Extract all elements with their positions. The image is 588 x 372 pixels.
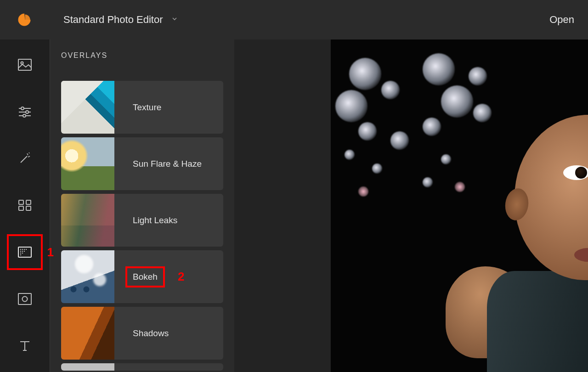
svg-rect-24	[18, 293, 31, 304]
overlays-panel: OVERLAYS Texture Sun Flare & Haze Light …	[50, 39, 234, 372]
svg-rect-13	[18, 247, 31, 257]
overlay-thumb	[61, 137, 114, 190]
overlays-icon[interactable]: 1	[17, 244, 33, 260]
overlay-thumb	[61, 194, 114, 247]
svg-line-8	[21, 156, 27, 163]
overlay-item-bokeh[interactable]: Bokeh 2	[61, 250, 223, 303]
svg-point-22	[22, 253, 23, 254]
svg-point-15	[22, 249, 23, 250]
overlay-label: Bokeh	[128, 269, 162, 285]
svg-point-19	[22, 251, 23, 252]
annotation-2: 2	[178, 270, 184, 284]
overlay-label: Sun Flare & Haze	[128, 156, 206, 172]
svg-rect-11	[19, 206, 23, 210]
app-title-dropdown[interactable]: Standard Photo Editor	[63, 14, 178, 26]
canvas-area	[234, 39, 588, 372]
annotation-1: 1	[47, 245, 54, 259]
chevron-down-icon	[171, 15, 178, 24]
svg-point-21	[20, 253, 21, 254]
photo-subject	[441, 96, 588, 372]
overlay-list: Texture Sun Flare & Haze Light Leaks Bok…	[61, 81, 223, 371]
overlay-item-sunflare[interactable]: Sun Flare & Haze	[61, 137, 223, 190]
overlay-label: Texture	[128, 100, 166, 115]
svg-point-16	[24, 249, 25, 250]
svg-rect-0	[18, 59, 31, 70]
svg-point-25	[23, 297, 28, 302]
overlay-thumb	[61, 307, 114, 360]
overlay-label: Shadows	[128, 326, 173, 341]
svg-point-14	[20, 249, 21, 250]
svg-point-1	[21, 62, 23, 64]
svg-point-20	[24, 251, 25, 252]
app-logo	[17, 13, 31, 27]
image-icon[interactable]	[17, 57, 33, 73]
overlay-item-more[interactable]	[61, 363, 223, 371]
overlay-label: Light Leaks	[128, 213, 182, 228]
overlay-thumb	[61, 363, 114, 371]
open-button[interactable]: Open	[549, 14, 574, 26]
svg-rect-10	[26, 200, 31, 204]
text-icon[interactable]	[17, 338, 33, 354]
svg-point-23	[20, 254, 21, 255]
sliders-icon[interactable]	[17, 104, 33, 119]
svg-point-3	[21, 107, 24, 110]
overlay-item-lightleaks[interactable]: Light Leaks	[61, 194, 223, 247]
grid-icon[interactable]	[17, 197, 33, 213]
overlay-thumb	[61, 81, 114, 134]
vignette-icon[interactable]	[17, 291, 33, 307]
overlay-item-shadows[interactable]: Shadows	[61, 307, 223, 360]
topbar: Standard Photo Editor Open	[0, 0, 588, 39]
tool-rail: 1	[0, 39, 50, 372]
svg-point-7	[23, 114, 26, 117]
svg-point-5	[26, 111, 28, 113]
app-title-text: Standard Photo Editor	[63, 14, 163, 26]
svg-point-17	[26, 249, 27, 250]
svg-rect-12	[26, 206, 31, 210]
overlay-item-texture[interactable]: Texture	[61, 81, 223, 134]
panel-title: OVERLAYS	[61, 51, 223, 60]
overlay-thumb	[61, 250, 114, 303]
svg-point-18	[20, 251, 21, 252]
magic-wand-icon[interactable]	[17, 151, 33, 166]
svg-rect-9	[19, 200, 23, 204]
canvas-image[interactable]	[331, 39, 588, 372]
